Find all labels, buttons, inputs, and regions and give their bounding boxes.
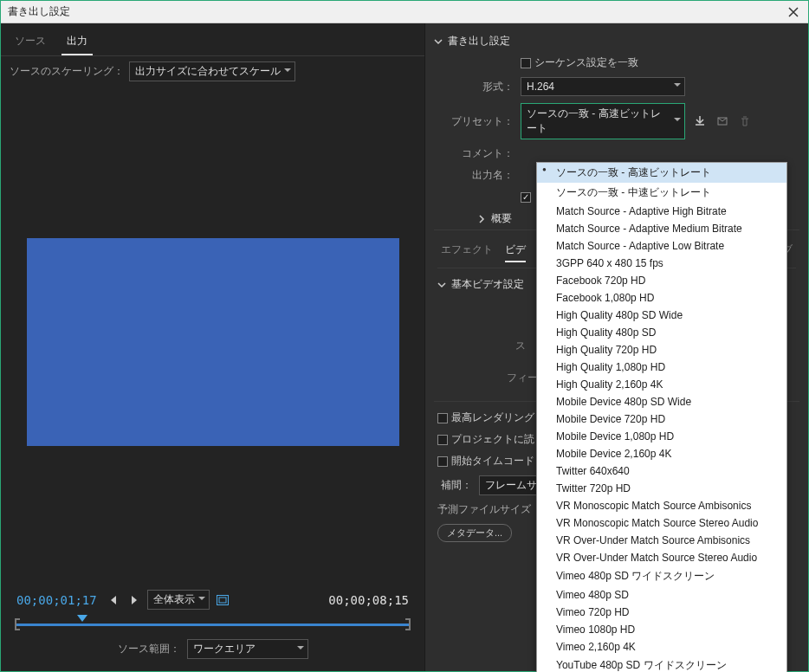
start-tc-label: 開始タイムコード bbox=[451, 454, 534, 468]
titlebar: 書き出し設定 bbox=[1, 1, 808, 23]
save-preset-icon[interactable] bbox=[692, 113, 708, 129]
preset-label: プリセット： bbox=[451, 114, 521, 129]
match-sequence-checkbox[interactable]: シーケンス設定を一致 bbox=[521, 55, 638, 70]
chevron-right-icon bbox=[477, 215, 486, 223]
preset-option[interactable]: ソースの一致 - 高速ビットレート bbox=[537, 163, 786, 183]
preset-option[interactable]: Mobile Device 720p HD bbox=[537, 410, 786, 428]
tab-effects[interactable]: エフェクト bbox=[441, 242, 493, 262]
preset-dropdown[interactable]: ソースの一致 - 高速ビットレートソースの一致 - 中速ビットレートMatch … bbox=[536, 162, 787, 672]
playbar: 00;00;01;17 全体表示 00;00;08;15 bbox=[1, 585, 424, 671]
fit-select[interactable]: 全体表示 bbox=[147, 590, 210, 610]
main-content: ソース 出力 ソースのスケーリング： 出力サイズに合わせてスケール 00;00;… bbox=[1, 23, 808, 671]
preset-option[interactable]: Match Source - Adaptive Low Bitrate bbox=[537, 237, 786, 255]
preset-option[interactable]: Twitter 720p HD bbox=[537, 480, 786, 497]
preset-option[interactable]: High Quality 2,160p 4K bbox=[537, 376, 786, 393]
preset-option[interactable]: High Quality 720p HD bbox=[537, 341, 786, 359]
svg-rect-0 bbox=[217, 595, 228, 604]
preset-option[interactable]: ソースの一致 - 中速ビットレート bbox=[537, 183, 786, 203]
preset-option[interactable]: Mobile Device 480p SD Wide bbox=[537, 393, 786, 410]
summary-toggle[interactable]: 概要 bbox=[477, 211, 512, 226]
basic-video-label: 基本ビデオ設定 bbox=[451, 277, 524, 292]
preset-option[interactable]: Mobile Device 1,080p HD bbox=[537, 428, 786, 445]
max-render-label: 最高レンダリング bbox=[451, 410, 534, 425]
chevron-down-icon bbox=[434, 37, 443, 46]
preset-option[interactable]: Vimeo 1080p HD bbox=[537, 621, 786, 638]
preset-option[interactable]: High Quality 480p SD Wide bbox=[537, 307, 786, 324]
preset-row: プリセット： ソースの一致 - 高速ビットレート bbox=[434, 100, 799, 143]
video-preview[interactable] bbox=[27, 238, 399, 446]
checkbox-icon bbox=[521, 58, 531, 68]
scaling-label: ソースのスケーリング： bbox=[10, 64, 124, 79]
chevron-down-icon bbox=[437, 281, 446, 289]
preset-option[interactable]: High Quality 1,080p HD bbox=[537, 359, 786, 376]
preset-option[interactable]: Vimeo 720p HD bbox=[537, 604, 786, 621]
left-panel: ソース 出力 ソースのスケーリング： 出力サイズに合わせてスケール 00;00;… bbox=[1, 23, 425, 671]
preset-option[interactable]: 3GPP 640 x 480 15 fps bbox=[537, 255, 786, 272]
close-button[interactable] bbox=[786, 4, 801, 20]
preset-option[interactable]: Vimeo 2,160p 4K bbox=[537, 638, 786, 656]
time-row: 00;00;01;17 全体表示 00;00;08;15 bbox=[11, 588, 414, 611]
checkbox-icon bbox=[437, 435, 448, 445]
checkbox-icon bbox=[437, 456, 448, 467]
preset-option[interactable]: High Quality 480p SD bbox=[537, 324, 786, 341]
preset-option[interactable]: VR Monoscopic Match Source Ambisonics bbox=[537, 497, 786, 514]
preview-area bbox=[1, 87, 424, 585]
preset-option[interactable]: Facebook 720p HD bbox=[537, 272, 786, 289]
import-preset-icon[interactable] bbox=[715, 113, 730, 129]
out-bracket[interactable] bbox=[405, 618, 411, 630]
source-range-row: ソース範囲： ワークエリア bbox=[11, 634, 414, 664]
read-project-label: プロジェクトに読 bbox=[451, 432, 534, 447]
fit-controls: 全体表示 bbox=[106, 590, 230, 610]
left-tabs: ソース 出力 bbox=[1, 30, 424, 56]
timeline-track[interactable] bbox=[15, 618, 411, 630]
close-icon bbox=[788, 7, 799, 17]
preset-option[interactable]: Match Source - Adaptive Medium Bitrate bbox=[537, 220, 786, 237]
format-label: 形式： bbox=[451, 80, 521, 94]
window-title: 書き出し設定 bbox=[8, 4, 786, 19]
tab-source[interactable]: ソース bbox=[10, 30, 51, 55]
preset-icon-group bbox=[692, 113, 753, 129]
export-settings-window: 書き出し設定 ソース 出力 ソースのスケーリング： 出力サイズに合わせてスケール… bbox=[0, 0, 809, 672]
start-tc-checkbox[interactable]: 開始タイムコード bbox=[437, 450, 534, 472]
preset-option[interactable]: Vimeo 480p SD bbox=[537, 586, 786, 604]
prev-frame-icon[interactable] bbox=[106, 592, 121, 608]
svg-rect-1 bbox=[219, 598, 226, 603]
metadata-button[interactable]: メタデータ... bbox=[437, 524, 512, 542]
export-settings-header[interactable]: 書き出し設定 bbox=[434, 30, 799, 52]
preset-option[interactable]: Facebook 1,080p HD bbox=[537, 289, 786, 307]
playhead-icon[interactable] bbox=[77, 615, 87, 627]
timecode-in[interactable]: 00;00;01;17 bbox=[16, 593, 97, 607]
timecode-out: 00;00;08;15 bbox=[328, 593, 409, 607]
right-panel: 書き出し設定 シーケンス設定を一致 形式： H.264 プリセット： ソースの一… bbox=[425, 23, 808, 671]
checkbox-icon bbox=[437, 413, 448, 423]
output-name-label: 出力名： bbox=[451, 168, 521, 183]
format-select[interactable]: H.264 bbox=[521, 77, 685, 96]
comment-label: コメント： bbox=[451, 146, 521, 161]
preset-option[interactable]: Match Source - Adaptive High Bitrate bbox=[537, 203, 786, 220]
source-range-label: ソース範囲： bbox=[118, 642, 180, 656]
tab-video[interactable]: ビデ bbox=[505, 242, 526, 262]
next-frame-icon[interactable] bbox=[126, 592, 142, 608]
delete-preset-icon[interactable] bbox=[737, 113, 753, 129]
tab-output[interactable]: 出力 bbox=[61, 30, 93, 55]
summary-label: 概要 bbox=[491, 211, 512, 226]
format-row: 形式： H.264 bbox=[434, 74, 799, 100]
read-project-checkbox[interactable]: プロジェクトに読 bbox=[437, 429, 534, 450]
track-line bbox=[15, 624, 411, 626]
match-sequence-label: シーケンス設定を一致 bbox=[534, 55, 638, 70]
preset-option[interactable]: Vimeo 480p SD ワイドスクリーン bbox=[537, 566, 786, 586]
aspect-ratio-icon[interactable] bbox=[215, 592, 230, 608]
preset-option[interactable]: Mobile Device 2,160p 4K bbox=[537, 445, 786, 462]
preset-select[interactable]: ソースの一致 - 高速ビットレート bbox=[521, 103, 685, 139]
scaling-row: ソースのスケーリング： 出力サイズに合わせてスケール bbox=[1, 56, 424, 87]
interp-label: 補間： bbox=[441, 478, 472, 493]
preset-option[interactable]: YouTube 480p SD ワイドスクリーン bbox=[537, 656, 786, 672]
max-render-checkbox[interactable]: 最高レンダリング bbox=[437, 407, 534, 429]
preset-option[interactable]: VR Over-Under Match Source Stereo Audio bbox=[537, 549, 786, 566]
scaling-select[interactable]: 出力サイズに合わせてスケール bbox=[129, 61, 295, 81]
preset-option[interactable]: VR Over-Under Match Source Ambisonics bbox=[537, 532, 786, 549]
preset-option[interactable]: Twitter 640x640 bbox=[537, 462, 786, 480]
source-range-select[interactable]: ワークエリア bbox=[187, 639, 308, 659]
in-bracket[interactable] bbox=[15, 618, 20, 630]
preset-option[interactable]: VR Monoscopic Match Source Stereo Audio bbox=[537, 514, 786, 532]
